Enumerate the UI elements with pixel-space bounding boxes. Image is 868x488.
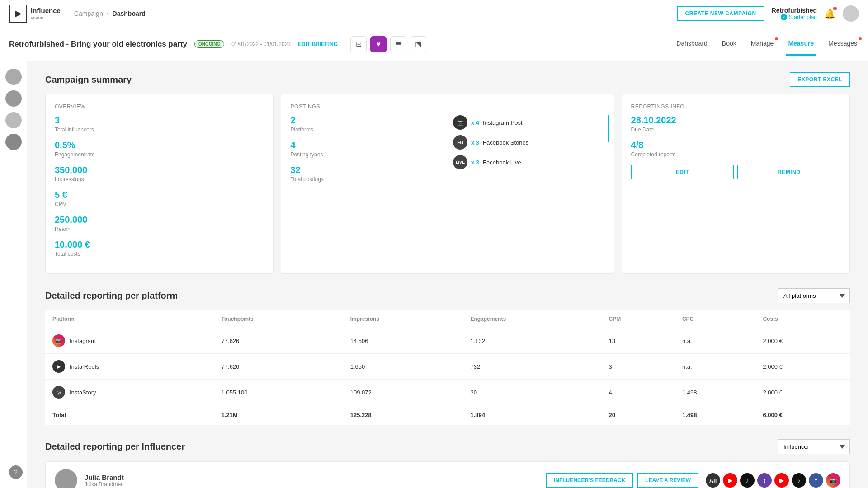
review-button[interactable]: LEAVE A REVIEW <box>637 473 698 488</box>
total-postings-label: Total postings <box>290 176 442 183</box>
instastory-icon: ◎ <box>52 386 65 399</box>
cell-imp-3: 109.072 <box>343 380 463 405</box>
campaign-status-badge: ONGOING <box>194 40 224 48</box>
subnav-manage[interactable]: Manage <box>749 33 776 56</box>
sidebar-avatar-2[interactable] <box>5 90 22 107</box>
cell-total-cpm: 20 <box>602 405 675 425</box>
influencer-filter-select[interactable]: Influencer <box>778 439 850 454</box>
platform-filter-tiktok2[interactable]: ♪ <box>792 473 806 488</box>
cell-total-costs: 6.000 € <box>755 405 850 425</box>
table-header-row: Platform Touchpoints Impresions Engageme… <box>45 310 850 328</box>
sidebar-avatar-3[interactable] <box>5 112 22 128</box>
cell-imp-1: 14.506 <box>343 328 463 354</box>
campaign-summary-title: Campaign summary <box>45 75 132 85</box>
platform-filter-facebook[interactable]: f <box>809 473 823 488</box>
fb-live-name: Facebook Live <box>483 159 521 166</box>
campaign-dates: 01/01/2022 - 01/01/2023 <box>231 41 291 47</box>
instagram-post-icon: 📷 <box>453 115 467 130</box>
grid-icon-button[interactable]: ⊞ <box>350 36 367 52</box>
cell-cpm-1: 13 <box>602 328 675 354</box>
table-total-row: Total 1.21M 125.228 1.894 20 1.498 6.000… <box>45 405 850 425</box>
posting-types-metric: 4 Posting types <box>290 140 442 158</box>
feedback-button[interactable]: INFLUENCER'S FEEDBACK <box>546 473 633 488</box>
sidebar-avatar-1[interactable] <box>5 69 22 85</box>
create-campaign-button[interactable]: CREATE NEW CAMPAIGN <box>677 6 764 21</box>
help-button[interactable]: ? <box>9 465 23 479</box>
cell-total-tp: 1.21M <box>214 405 343 425</box>
messages-notification-dot <box>859 37 862 40</box>
breadcrumb-campaign[interactable]: Campaign <box>74 10 103 17</box>
platforms-value: 2 <box>290 115 442 126</box>
cell-eng-2: 732 <box>463 354 601 380</box>
edit-button[interactable]: EDIT <box>631 165 734 179</box>
logo-text: influence <box>31 7 61 15</box>
instagram-icon: 📷 <box>52 334 65 347</box>
completed-value: 4/8 <box>631 140 840 150</box>
cpm-value: 5 € <box>55 190 264 200</box>
fb-stories-count: x 3 <box>471 139 479 146</box>
subnav-dashboard[interactable]: Dahsboard <box>675 33 709 56</box>
cell-tp-1: 77.626 <box>214 328 343 354</box>
export-icon-button[interactable]: ⬔ <box>410 36 426 52</box>
share-icon-button[interactable]: ⬒ <box>390 36 406 52</box>
platform-filter-youtube[interactable]: ▶ <box>723 473 737 488</box>
due-date-label: Due Date <box>631 127 840 133</box>
platform-filter-tiktok[interactable]: ♪ <box>740 473 755 488</box>
breadcrumb: Campaign • Dashboard <box>74 10 146 17</box>
logo-subtext: vision <box>31 15 61 20</box>
cell-cpm-3: 4 <box>602 380 675 405</box>
cell-platform-reels: ▶ Insta Reels <box>45 354 214 380</box>
due-date-metric: 28.10.2022 Due Date <box>631 115 840 133</box>
table-row: ▶ Insta Reels 77.626 1.650 732 3 n.a. 2.… <box>45 354 850 380</box>
platform-filter-twitch[interactable]: t <box>757 473 772 488</box>
sidebar-avatar-4[interactable] <box>5 134 22 150</box>
engagement-value: 0.5% <box>55 140 264 150</box>
instagram-name: Instagram Post <box>483 119 522 126</box>
remind-button[interactable]: REMIND <box>737 165 840 179</box>
influencer-actions: INFLUENCER'S FEEDBACK LEAVE A REVIEW <box>546 473 698 488</box>
table-row: 📷 Instagram 77.626 14.506 1.132 13 n.a. … <box>45 328 850 354</box>
platforms-metric: 2 Platforms <box>290 115 442 133</box>
subnav-book[interactable]: Book <box>720 33 738 56</box>
heart-icon-button[interactable]: ♥ <box>370 36 387 52</box>
cell-total-imp: 125.228 <box>343 405 463 425</box>
breadcrumb-sep: • <box>107 10 109 17</box>
col-cpm: CPM <box>602 310 675 328</box>
platform-table-header: Detailed reporting per platform All plat… <box>45 288 850 303</box>
campaign-header: Retrofurbished - Bring your old electron… <box>0 27 868 61</box>
platform-filter-youtube2[interactable]: ▶ <box>774 473 789 488</box>
posting-types-value: 4 <box>290 140 442 150</box>
facebook-live-icon: LIVE <box>453 155 467 169</box>
notification-bell-icon[interactable]: 🔔 <box>824 8 835 19</box>
engagement-metric: 0.5% Engagementrate <box>55 140 264 158</box>
platform-filter-all[interactable]: All <box>706 473 720 488</box>
influencer-avatar <box>55 469 77 488</box>
export-excel-button[interactable]: EXPORT EXCEL <box>790 72 850 87</box>
cpm-label: CPM <box>55 201 264 207</box>
logo-icon: ▶ <box>9 5 27 23</box>
reach-metric: 250.000 Reach <box>55 215 264 232</box>
cell-total-label: Total <box>45 405 214 425</box>
subnav-measure[interactable]: Measure <box>786 33 816 56</box>
impressions-label: Impressions <box>55 176 264 183</box>
total-influencers-metric: 3 Total influencers <box>55 115 264 133</box>
platform-filter-instagram[interactable]: 📷 <box>826 473 840 488</box>
starter-plan: Starter plan <box>781 14 817 20</box>
postings-platform-list: 📷 x 4 Instagram Post FB x 3 Facebook Sto… <box>453 115 605 190</box>
reportings-label: Reportings info <box>631 103 840 110</box>
platform-filter-select[interactable]: All platforms Instagram Facebook TikTok <box>778 288 850 303</box>
cell-costs-3: 2.000 € <box>755 380 850 405</box>
user-avatar[interactable] <box>843 5 859 22</box>
cell-tp-2: 77.626 <box>214 354 343 380</box>
cell-platform-story: ◎ InstaStory <box>45 380 214 405</box>
subnav-messages[interactable]: Messages <box>826 33 859 56</box>
total-influencers-value: 3 <box>55 115 264 126</box>
posting-types-label: Posting types <box>290 151 442 158</box>
edit-briefing-link[interactable]: EDIT BRIEFING <box>298 41 338 47</box>
instagram-count: x 4 <box>471 119 479 126</box>
col-impressions: Impresions <box>343 310 463 328</box>
campaign-title: Retrofurbished - Bring your old electron… <box>9 40 187 49</box>
platform-row-instagram: 📷 x 4 Instagram Post <box>453 115 605 130</box>
total-costs-value: 10.000 € <box>55 239 264 250</box>
reportings-card: Reportings info 28.10.2022 Due Date 4/8 … <box>622 94 850 274</box>
